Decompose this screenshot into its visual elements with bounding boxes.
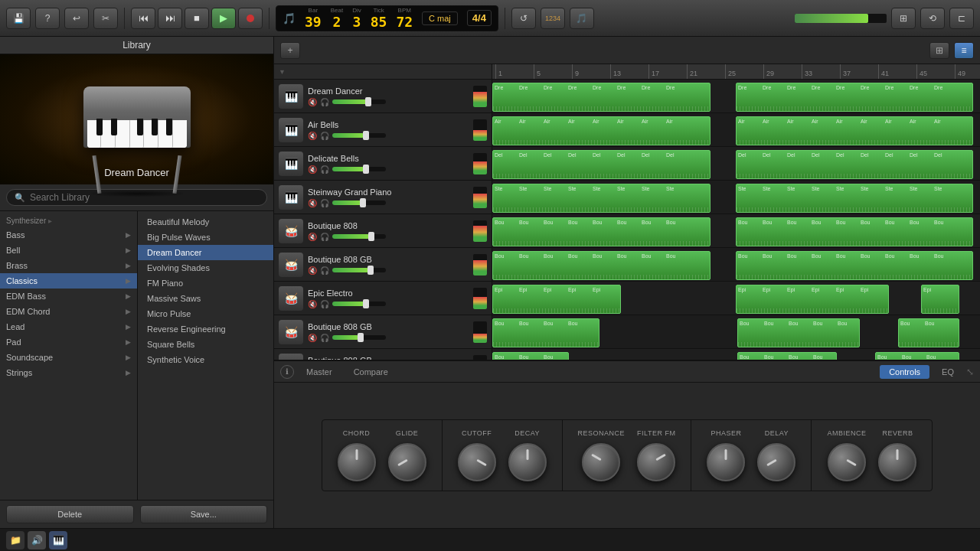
scissors-button[interactable]: ✂ xyxy=(93,8,118,29)
toolbar-btn-1[interactable]: ⊞ xyxy=(891,8,916,29)
toolbar-btn-2[interactable]: ⟲ xyxy=(920,8,945,29)
midi-block[interactable]: SteSteSteSteSteSteSteSteSte xyxy=(736,184,973,213)
taskbar-icon-3[interactable]: 🎹 xyxy=(49,531,67,549)
track-volume-slider[interactable] xyxy=(332,302,386,306)
track-headphone-button[interactable]: 🎧 xyxy=(320,334,329,342)
preset-item-big_pulse_waves[interactable]: Big Pulse Waves xyxy=(138,230,273,245)
cycle-button[interactable]: ↺ xyxy=(511,8,536,29)
category-item-brass[interactable]: Brass▶ xyxy=(0,258,137,273)
arrangement-track-inner[interactable]: DreDreDreDreDreDreDreDreDreDreDreDreDreD… xyxy=(492,81,975,112)
info-button[interactable]: ℹ xyxy=(280,365,294,379)
midi-block[interactable]: DreDreDreDreDreDreDreDre xyxy=(492,83,710,112)
arrangement-track-inner[interactable]: BouBouBouBouBouBouBouBouBouBouBouBouBouB… xyxy=(492,216,975,246)
knob-chord[interactable] xyxy=(338,443,376,481)
track-mute-button[interactable]: 🔇 xyxy=(308,165,317,174)
master-volume[interactable] xyxy=(795,14,887,23)
track-volume-slider[interactable] xyxy=(332,335,386,340)
track-headphone-button[interactable]: 🎧 xyxy=(320,165,329,174)
midi-block[interactable]: BouBouBou xyxy=(492,352,569,360)
taskbar-icon-2[interactable]: 🔊 xyxy=(28,531,46,549)
category-item-edm_chord[interactable]: EDM Chord▶ xyxy=(0,304,137,319)
track-mute-button[interactable]: 🔇 xyxy=(308,266,317,275)
midi-block[interactable]: EpiEpiEpiEpiEpi xyxy=(492,285,621,314)
toolbar-btn-3[interactable]: ⊏ xyxy=(949,8,974,29)
time-sig-display[interactable]: 4/4 xyxy=(467,10,492,26)
controls-tab[interactable]: Controls xyxy=(880,365,929,379)
track-headphone-button[interactable]: 🎧 xyxy=(320,98,329,106)
record-button[interactable] xyxy=(238,8,263,29)
track-headphone-button[interactable]: 🎧 xyxy=(320,266,329,275)
add-track-button[interactable]: + xyxy=(280,42,300,59)
knob-delay[interactable] xyxy=(757,443,795,481)
track-mute-button[interactable]: 🔇 xyxy=(308,132,317,140)
knob-reverb[interactable] xyxy=(878,443,916,481)
preset-item-beautiful_melody[interactable]: Beautiful Melody xyxy=(138,214,273,230)
midi-block[interactable]: AirAirAirAirAirAirAirAir xyxy=(492,116,710,145)
midi-block[interactable]: BouBouBouBouBouBouBouBouBou xyxy=(736,217,973,246)
track-volume-slider[interactable] xyxy=(332,268,386,272)
eq-tab[interactable]: EQ xyxy=(933,365,963,379)
category-item-strings[interactable]: Strings▶ xyxy=(0,365,137,380)
category-item-bell[interactable]: Bell▶ xyxy=(0,243,137,258)
midi-block[interactable]: BouBouBouBouBouBouBouBou xyxy=(492,251,710,280)
preset-item-dream_dancer[interactable]: Dream Dancer xyxy=(138,245,273,260)
save-button[interactable]: Save... xyxy=(140,505,268,523)
master-tab[interactable]: Master xyxy=(297,365,341,379)
track-volume-slider[interactable] xyxy=(332,201,386,205)
track-mute-button[interactable]: 🔇 xyxy=(308,334,317,342)
midi-block[interactable]: BouBouBou xyxy=(875,352,959,360)
track-headphone-button[interactable]: 🎧 xyxy=(320,199,329,207)
preset-item-micro_pulse[interactable]: Micro Pulse xyxy=(138,306,273,321)
track-headphone-button[interactable]: 🎧 xyxy=(320,300,329,308)
loop-button[interactable]: ↩ xyxy=(64,8,89,29)
category-item-soundscape[interactable]: Soundscape▶ xyxy=(0,350,137,365)
track-headphone-button[interactable]: 🎧 xyxy=(320,233,329,241)
preset-item-evolving_shades[interactable]: Evolving Shades xyxy=(138,260,273,276)
track-volume-slider[interactable] xyxy=(332,167,386,171)
knob-resonance[interactable] xyxy=(582,443,620,481)
fastforward-button[interactable]: ⏭ xyxy=(158,8,182,29)
play-button[interactable]: ▶ xyxy=(211,8,236,29)
speed-button[interactable]: 1234 xyxy=(541,8,565,29)
knob-ambience[interactable] xyxy=(828,443,866,481)
preset-item-massive_saws[interactable]: Massive Saws xyxy=(138,291,273,306)
midi-block[interactable]: BouBouBouBouBouBouBouBou xyxy=(492,217,710,246)
knob-decay[interactable] xyxy=(508,443,547,481)
midi-block[interactable]: DelDelDelDelDelDelDelDel xyxy=(492,150,710,179)
midi-block[interactable]: BouBouBouBouBouBouBouBouBou xyxy=(736,251,973,280)
track-volume-slider[interactable] xyxy=(332,234,386,239)
category-item-pad[interactable]: Pad▶ xyxy=(0,334,137,350)
arrangement-track-inner[interactable]: BouBouBouBouBouBouBouBouBouBouBouBouBouB… xyxy=(492,249,975,280)
midi-block[interactable]: BouBouBouBou xyxy=(492,318,599,347)
filter-button[interactable]: ≡ xyxy=(954,42,974,59)
midi-block[interactable]: AirAirAirAirAirAirAirAirAir xyxy=(736,116,973,145)
preset-item-reverse_engineering[interactable]: Reverse Engineering xyxy=(138,321,273,337)
category-item-bass[interactable]: Bass▶ xyxy=(0,227,137,243)
midi-block[interactable]: BouBouBouBou xyxy=(737,352,837,360)
midi-block[interactable]: Epi xyxy=(921,285,959,314)
preset-item-fm_piano[interactable]: FM Piano xyxy=(138,276,273,291)
track-volume-slider[interactable] xyxy=(332,133,386,138)
arrangement-track-inner[interactable]: DelDelDelDelDelDelDelDelDelDelDelDelDelD… xyxy=(492,148,975,179)
track-headphone-button[interactable]: 🎧 xyxy=(320,132,329,140)
help-button[interactable]: ? xyxy=(35,8,60,29)
category-item-edm_bass[interactable]: EDM Bass▶ xyxy=(0,289,137,304)
midi-block[interactable]: DelDelDelDelDelDelDelDelDel xyxy=(736,150,973,179)
knob-glide[interactable] xyxy=(388,443,426,481)
smart-controls-button[interactable]: ⊞ xyxy=(929,42,949,59)
stop-button[interactable]: ■ xyxy=(185,8,209,29)
midi-block[interactable]: DreDreDreDreDreDreDreDreDre xyxy=(736,83,973,112)
track-mute-button[interactable]: 🔇 xyxy=(308,300,317,308)
track-mute-button[interactable]: 🔇 xyxy=(308,199,317,207)
track-mute-button[interactable]: 🔇 xyxy=(308,98,317,106)
midi-block[interactable]: BouBou xyxy=(898,318,959,347)
tuner-button[interactable]: 🎵 xyxy=(570,8,594,29)
category-item-classics[interactable]: Classics▶ xyxy=(0,273,137,289)
arrangement-track-inner[interactable]: AirAirAirAirAirAirAirAirAirAirAirAirAirA… xyxy=(492,115,975,145)
midi-block[interactable]: BouBouBouBouBou xyxy=(737,318,860,347)
file-button[interactable]: 💾 xyxy=(6,8,31,29)
midi-block[interactable]: SteSteSteSteSteSteSteSte xyxy=(492,184,710,213)
track-mute-button[interactable]: 🔇 xyxy=(308,233,317,241)
rewind-button[interactable]: ⏮ xyxy=(131,8,155,29)
taskbar-icon-1[interactable]: 📁 xyxy=(6,531,24,549)
